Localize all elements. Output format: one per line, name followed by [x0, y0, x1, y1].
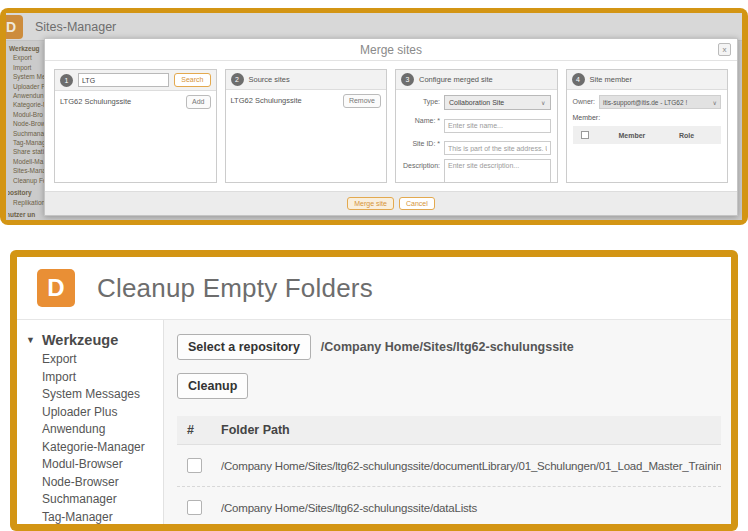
- window-title: Sites-Manager: [35, 20, 116, 34]
- sites-manager-window: D Sites-Manager Werkzeug Export Import S…: [6, 13, 742, 220]
- owner-select-value: itis-support@itis.de - LTG62 !: [603, 99, 687, 106]
- sites-manager-header: D Sites-Manager: [6, 13, 742, 41]
- repository-path: /Company Home/Sites/ltg62-schulungssite: [321, 340, 574, 354]
- configure-form: Type: Collaboration Site ∨ Name: *: [396, 90, 557, 183]
- sidebar-item-export[interactable]: Export: [17, 351, 163, 369]
- member-form: Owner: itis-support@itis.de - LTG62 ! ∨ …: [567, 90, 728, 149]
- page-title: Cleanup Empty Folders: [97, 273, 373, 304]
- remove-button[interactable]: Remove: [343, 94, 381, 108]
- panel-member-header: 4 Site member: [567, 70, 728, 90]
- owner-select[interactable]: itis-support@itis.de - LTG62 ! ∨: [599, 95, 721, 109]
- step-3-badge: 3: [401, 73, 414, 86]
- folders-table: # Folder Path /Company Home/Sites/ltg62-…: [177, 416, 721, 524]
- cleanup-button[interactable]: Cleanup: [177, 373, 248, 399]
- name-label: Name: *: [400, 114, 444, 133]
- site-id-input[interactable]: [444, 141, 551, 155]
- search-result-row: LTG62 Schulungssite Add: [55, 91, 216, 113]
- folder-path-column-header: Folder Path: [221, 423, 721, 437]
- row-checkbox[interactable]: [187, 500, 202, 515]
- table-row: /Company Home/Sites/ltg62-schulungssite/…: [177, 487, 721, 524]
- add-button[interactable]: Add: [186, 95, 210, 109]
- panel-search-sites: 1 Search LTG62 Schulungssite Add: [54, 69, 217, 183]
- panel-configure-merged-site: 3 Configure merged site Type: Collaborat…: [395, 69, 558, 183]
- row-checkbox[interactable]: [187, 458, 202, 473]
- description-label: Description:: [400, 159, 444, 183]
- search-result-label: LTG62 Schulungssite: [60, 97, 131, 106]
- search-button[interactable]: Search: [174, 73, 210, 87]
- sidebar-item-kategorie-manager[interactable]: Kategorie-Manager: [17, 439, 163, 457]
- chevron-down-icon: ∨: [541, 99, 545, 106]
- repository-row: Select a repository /Company Home/Sites/…: [177, 334, 721, 360]
- panel-site-member: 4 Site member Owner: itis-support@itis.d…: [566, 69, 729, 183]
- panel-configure-header: 3 Configure merged site: [396, 70, 557, 90]
- site-id-label: Site ID: *: [400, 137, 444, 156]
- select-repository-button[interactable]: Select a repository: [177, 334, 311, 360]
- cleanup-screenshot-frame: D Cleanup Empty Folders ▼ Werkzeuge Expo…: [10, 250, 738, 531]
- panel-source-sites: 2 Source sites LTG62 Schulungssite Remov…: [225, 69, 388, 183]
- sidebar-item-modul-browser[interactable]: Modul-Browser: [17, 456, 163, 474]
- step-4-badge: 4: [572, 73, 585, 86]
- sidebar: ▼ Werkzeuge Export Import System Message…: [17, 320, 164, 524]
- cleanup-window: D Cleanup Empty Folders ▼ Werkzeuge Expo…: [17, 257, 731, 524]
- number-column-header: #: [177, 423, 221, 437]
- sidebar-item-node-browser[interactable]: Node-Browser: [17, 474, 163, 492]
- sidebar-item-import[interactable]: Import: [17, 369, 163, 387]
- sidebar-item-system-messages[interactable]: System Messages: [17, 386, 163, 404]
- site-search-input[interactable]: [78, 73, 169, 87]
- panel-configure-title: Configure merged site: [419, 75, 493, 84]
- site-name-input[interactable]: [444, 119, 551, 133]
- sidebar-group-label: Werkzeuge: [42, 330, 118, 351]
- close-icon[interactable]: x: [718, 43, 731, 56]
- cleanup-header: D Cleanup Empty Folders: [17, 257, 731, 320]
- sidebar-group-werkzeuge[interactable]: ▼ Werkzeuge: [17, 330, 163, 351]
- panel-search-header: 1 Search: [55, 70, 216, 91]
- panel-member-title: Site member: [590, 75, 633, 84]
- panel-source-header: 2 Source sites: [226, 70, 387, 90]
- dialog-body: 1 Search LTG62 Schulungssite Add 2 Sourc…: [45, 62, 737, 190]
- sites-manager-screenshot-frame: D Sites-Manager Werkzeug Export Import S…: [0, 8, 748, 225]
- cleanup-main: Select a repository /Company Home/Sites/…: [164, 320, 731, 524]
- sidebar-item-suchmanager[interactable]: Suchmanager: [17, 491, 163, 509]
- table-row: /Company Home/Sites/ltg62-schulungssite/…: [177, 445, 721, 487]
- dialog-footer: Merge site Cancel: [45, 191, 737, 215]
- site-description-input[interactable]: [444, 159, 551, 183]
- cleanup-body: ▼ Werkzeuge Export Import System Message…: [17, 320, 731, 524]
- step-2-badge: 2: [231, 73, 244, 86]
- type-select[interactable]: Collaboration Site ∨: [444, 95, 551, 110]
- dialog-titlebar: Merge sites x: [45, 39, 737, 61]
- cleanup-button-row: Cleanup: [177, 373, 721, 399]
- folders-table-header: # Folder Path: [177, 416, 721, 445]
- owner-label: Owner:: [573, 95, 600, 109]
- sidebar-item-uploader-plus[interactable]: Uploader Plus: [17, 404, 163, 422]
- source-site-label: LTG62 Schulungssite: [231, 96, 302, 105]
- step-1-badge: 1: [60, 74, 73, 87]
- merge-sites-dialog: Merge sites x 1 Search LTG62 Schulungssi…: [44, 38, 738, 216]
- folder-path-cell: /Company Home/Sites/ltg62-schulungssite/…: [221, 502, 721, 514]
- cancel-button[interactable]: Cancel: [399, 197, 435, 211]
- merge-site-button[interactable]: Merge site: [347, 197, 394, 211]
- collapse-triangle-icon: ▼: [26, 330, 35, 351]
- select-all-checkbox[interactable]: [581, 131, 589, 139]
- sidebar-item-tag-manager[interactable]: Tag-Manager: [17, 509, 163, 525]
- member-label: Member:: [573, 114, 722, 121]
- sidebar-item-anwendung[interactable]: Anwendung: [17, 421, 163, 439]
- type-label: Type:: [400, 95, 444, 110]
- source-site-row: LTG62 Schulungssite Remove: [226, 90, 387, 112]
- app-logo: D: [37, 269, 75, 307]
- role-column-header: Role: [679, 132, 721, 139]
- chevron-down-icon: ∨: [713, 99, 717, 106]
- panel-source-title: Source sites: [249, 75, 290, 84]
- type-select-value: Collaboration Site: [449, 99, 504, 106]
- folder-path-cell: /Company Home/Sites/ltg62-schulungssite/…: [221, 460, 721, 472]
- app-logo: D: [6, 15, 23, 39]
- member-column-header: Member: [597, 132, 680, 139]
- dialog-title: Merge sites: [360, 43, 422, 57]
- member-table-header: Member Role: [573, 126, 722, 144]
